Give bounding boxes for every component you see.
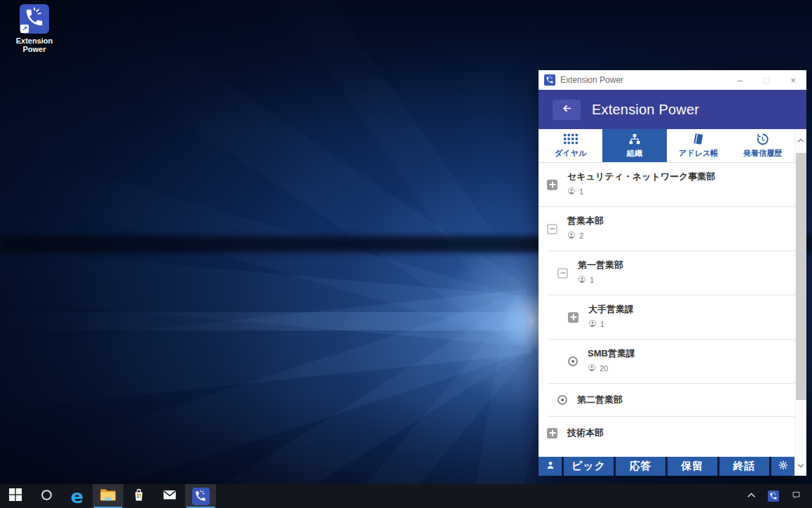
person-icon bbox=[578, 274, 586, 286]
scrollbar-up-button[interactable] bbox=[795, 131, 806, 149]
dialpad-icon bbox=[564, 133, 578, 146]
department-name: 営業本部 bbox=[567, 215, 604, 227]
close-button[interactable]: × bbox=[780, 70, 806, 90]
taskbar-file-explorer-button[interactable] bbox=[93, 484, 123, 508]
arrow-left-icon bbox=[561, 102, 573, 116]
tray-expand-button[interactable] bbox=[742, 484, 760, 508]
organization-tree: セキュリティ・ネットワーク事業部1営業本部2第一営業部1大手営業課1SMB営業課… bbox=[539, 163, 794, 457]
maximize-icon: □ bbox=[764, 75, 769, 86]
window-titlebar[interactable]: Extension Power –□× bbox=[539, 70, 806, 90]
member-count-value: 2 bbox=[579, 232, 583, 240]
person-icon bbox=[588, 318, 597, 330]
tree-item[interactable]: 技術本部 bbox=[539, 417, 794, 449]
tree-item[interactable]: SMB営業課20 bbox=[539, 340, 794, 383]
phone-icon bbox=[544, 74, 555, 86]
hold-button[interactable]: 保留 bbox=[668, 457, 717, 476]
edge-icon: e bbox=[71, 487, 83, 506]
pick-button[interactable]: ピック bbox=[564, 457, 614, 476]
tab-label: ダイヤル bbox=[555, 148, 586, 159]
chevron-up-icon bbox=[747, 490, 756, 502]
taskbar-start-button[interactable] bbox=[0, 484, 31, 508]
extension-power-app-icon: ↗ bbox=[20, 4, 49, 34]
chevron-down-icon bbox=[797, 459, 804, 472]
desktop-shortcut-label: Extension Power bbox=[4, 36, 65, 53]
expand-plus-icon[interactable] bbox=[547, 428, 557, 439]
minimize-icon: – bbox=[737, 75, 742, 86]
tree-item[interactable]: セキュリティ・ネットワーク事業部1 bbox=[539, 163, 794, 206]
sitemap-icon bbox=[628, 133, 642, 146]
department-name: セキュリティ・ネットワーク事業部 bbox=[567, 171, 715, 182]
tray-extension-power-button[interactable] bbox=[764, 484, 783, 508]
minimize-button[interactable]: – bbox=[726, 70, 753, 90]
department-name: 大手営業課 bbox=[588, 304, 634, 315]
department-name: 技術本部 bbox=[567, 427, 604, 439]
tab-address-book[interactable]: アドレス帳 bbox=[667, 129, 731, 162]
taskbar-extension-power-button[interactable] bbox=[185, 484, 216, 508]
collapse-minus-icon[interactable] bbox=[557, 268, 568, 279]
history-icon bbox=[755, 133, 769, 146]
member-count: 1 bbox=[578, 274, 623, 286]
member-count: 1 bbox=[588, 318, 634, 330]
member-count-value: 1 bbox=[590, 276, 594, 284]
expand-plus-icon[interactable] bbox=[547, 180, 557, 190]
taskbar-mail-button[interactable] bbox=[154, 484, 185, 508]
tree-item[interactable]: 第一営業部1 bbox=[539, 251, 794, 295]
leaf-node-icon bbox=[568, 356, 578, 366]
extension-power-window: Extension Power –□× Extension Power ダイヤル… bbox=[539, 70, 806, 476]
member-count-value: 20 bbox=[600, 364, 608, 373]
tab-bar: ダイヤル組織アドレス帳発着信履歴 bbox=[539, 129, 794, 163]
tab-label: 組織 bbox=[627, 148, 642, 159]
action-center-button[interactable] bbox=[787, 484, 805, 508]
tab-dialpad[interactable]: ダイヤル bbox=[539, 129, 602, 162]
app-header: Extension Power bbox=[539, 90, 806, 129]
tree-item[interactable]: 第二営業部 bbox=[539, 384, 794, 416]
scrollbar-down-button[interactable] bbox=[795, 456, 806, 474]
app-title: Extension Power bbox=[592, 102, 699, 118]
member-count: 1 bbox=[567, 185, 715, 198]
person-icon bbox=[588, 362, 596, 375]
person-icon bbox=[567, 229, 576, 242]
gear-icon bbox=[778, 460, 788, 472]
member-count-value: 1 bbox=[579, 187, 583, 196]
window-title: Extension Power bbox=[560, 75, 726, 85]
circle-icon bbox=[41, 489, 53, 504]
settings-gear-button[interactable] bbox=[771, 457, 794, 476]
person-icon bbox=[567, 185, 576, 198]
maximize-button[interactable]: □ bbox=[753, 70, 780, 90]
end-call-button[interactable]: 終話 bbox=[719, 457, 769, 476]
desktop-shortcut-extension-power[interactable]: ↗ Extension Power bbox=[4, 4, 65, 53]
taskbar-store-button[interactable] bbox=[123, 484, 154, 508]
desktop: ↗ Extension Power Extension Power –□× Ex… bbox=[0, 0, 812, 508]
department-name: 第二営業部 bbox=[577, 394, 623, 406]
collapse-minus-icon[interactable] bbox=[547, 224, 557, 234]
call-action-bar: ピック応答保留終話 bbox=[539, 457, 794, 476]
chevron-up-icon bbox=[797, 133, 804, 146]
action-center-icon bbox=[792, 490, 801, 502]
tab-history[interactable]: 発着信履歴 bbox=[731, 129, 794, 162]
expand-plus-icon[interactable] bbox=[568, 312, 578, 323]
shortcut-arrow-icon: ↗ bbox=[20, 25, 29, 33]
windows-icon bbox=[9, 488, 22, 504]
taskbar-edge-button[interactable]: e bbox=[62, 484, 93, 508]
member-count: 2 bbox=[567, 229, 604, 242]
tab-sitemap[interactable]: 組織 bbox=[602, 129, 666, 162]
scrollbar-thumb[interactable] bbox=[796, 153, 806, 400]
department-name: 第一営業部 bbox=[578, 260, 623, 271]
answer-button[interactable]: 応答 bbox=[616, 457, 665, 476]
mail-icon bbox=[162, 487, 177, 505]
tab-label: アドレス帳 bbox=[679, 148, 718, 159]
taskbar-empty-area bbox=[216, 484, 742, 508]
person-icon bbox=[546, 460, 555, 472]
close-icon: × bbox=[790, 75, 796, 86]
scrollbar[interactable] bbox=[794, 129, 806, 476]
member-count: 20 bbox=[588, 362, 635, 375]
phone-icon bbox=[192, 488, 210, 505]
presence-person-button[interactable] bbox=[539, 457, 562, 476]
taskbar-cortana-button[interactable] bbox=[31, 484, 62, 508]
leaf-node-icon bbox=[557, 395, 567, 405]
back-button[interactable] bbox=[553, 100, 581, 120]
tree-item[interactable]: 大手営業課1 bbox=[539, 295, 794, 339]
folder-icon bbox=[100, 487, 116, 505]
phone-icon bbox=[768, 490, 779, 502]
tree-item[interactable]: 営業本部2 bbox=[539, 207, 794, 250]
